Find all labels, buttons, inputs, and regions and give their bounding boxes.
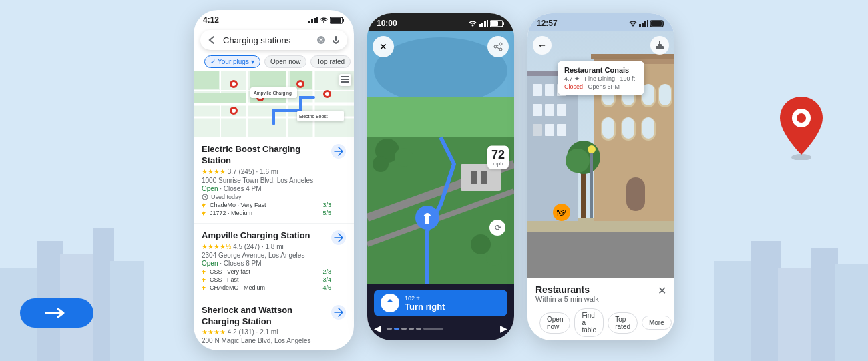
status-bar-1: 4:12	[194, 10, 354, 27]
svg-rect-19	[331, 18, 341, 23]
svg-rect-89	[647, 20, 648, 27]
battery-icon	[330, 17, 345, 24]
svg-rect-127	[590, 151, 593, 218]
svg-rect-97	[533, 84, 542, 96]
svg-point-48	[325, 92, 329, 96]
filter-top-rated-panel[interactable]: Top-rated	[608, 312, 638, 334]
panel-subtitle: Within a 5 min walk	[535, 295, 599, 303]
listing-2-meta: ★★★★½ 4.5 (247) · 1.8 mi	[202, 243, 331, 250]
filter-more[interactable]: More	[642, 316, 672, 330]
search-bar[interactable]: Charging stations	[200, 30, 347, 50]
filter-your-plugs[interactable]: ✓ Your plugs ▾	[204, 55, 260, 68]
close-nav-button[interactable]: ✕	[373, 36, 394, 57]
svg-point-75	[373, 156, 389, 172]
signal-icon	[308, 17, 318, 23]
filter-bar: ✓ Your plugs ▾ Open now Top rated	[194, 53, 354, 71]
charger-row-3: CSS · Very fast 2/3	[202, 268, 331, 275]
svg-point-80	[499, 43, 502, 45]
search-text: Charging stations	[223, 35, 311, 45]
listing-1-nav-icon[interactable]	[331, 144, 346, 159]
svg-text:⟳: ⟳	[495, 223, 501, 232]
svg-line-83	[497, 45, 499, 46]
back-arrow-icon[interactable]	[207, 35, 218, 45]
speed-badge: 72 mph	[487, 146, 509, 169]
used-today-badge: Used today	[202, 194, 331, 200]
svg-line-84	[497, 47, 499, 49]
street-view-icon[interactable]	[650, 36, 669, 55]
listing-2[interactable]: Ampville Charging Station ★★★★½ 4.5 (247…	[194, 224, 354, 298]
svg-rect-37	[194, 93, 246, 103]
charger-row-5: CHAdeMO · Medium 4/6	[202, 284, 331, 291]
svg-point-42	[298, 82, 302, 86]
svg-point-76	[471, 234, 491, 254]
listing-2-nav-icon[interactable]	[331, 230, 346, 245]
clear-icon[interactable]	[316, 35, 326, 45]
bottom-panel: Restaurants Within a 5 min walk ✕ Open n…	[527, 278, 674, 340]
svg-text:Electric Boost: Electric Boost	[299, 114, 328, 119]
nav-map: ⟳ ✕ 72 mph	[367, 31, 514, 284]
svg-rect-55	[341, 79, 349, 80]
listing-3[interactable]: Sherlock and Wattson Charging Station ★★…	[194, 298, 354, 350]
charger-row-2: J1772 · Medium 5/5	[202, 210, 331, 216]
svg-point-46	[232, 109, 236, 113]
svg-point-77	[486, 250, 502, 266]
svg-rect-16	[314, 18, 316, 23]
filter-find-table[interactable]: Find a table	[574, 308, 604, 337]
filter-open-now[interactable]: Open now	[264, 55, 307, 68]
svg-point-82	[499, 48, 502, 51]
svg-point-58	[472, 25, 474, 27]
battery-icon-3	[650, 20, 665, 27]
svg-rect-54	[341, 76, 349, 77]
info-card-meta: 4.7 ★ · Fine Dining · 190 ft	[564, 75, 638, 82]
svg-rect-103	[533, 124, 542, 136]
listing-1[interactable]: Electric Boost Charging Station ★★★★ 3.7…	[194, 137, 354, 224]
svg-rect-35	[250, 71, 286, 89]
listing-3-address: 200 N Magic Lane Blvd, Los Angeles	[202, 337, 331, 344]
share-button[interactable]	[487, 36, 509, 57]
listing-3-title: Sherlock and Wattson Charging Station	[202, 305, 331, 328]
svg-point-128	[588, 145, 596, 153]
status-bar-2: 10:00	[367, 13, 514, 31]
mic-icon[interactable]	[331, 35, 341, 45]
close-panel-button[interactable]: ✕	[658, 284, 666, 297]
street-view-area: ← Restaurant Conais 4.7 ★ · Fine Dining …	[527, 31, 674, 278]
svg-rect-15	[311, 19, 313, 23]
svg-rect-93	[527, 231, 674, 278]
info-card-title: Restaurant Conais	[564, 66, 638, 74]
listing-2-address: 2304 George Avenue, Los Angeles	[202, 252, 331, 259]
svg-rect-72	[481, 171, 487, 184]
time-2: 10:00	[377, 19, 397, 28]
filter-open-now-panel[interactable]: Open now	[539, 312, 570, 334]
nav-controls: ◀ ▶	[374, 320, 507, 336]
prev-button[interactable]: ◀	[374, 323, 381, 334]
next-button[interactable]: ▶	[500, 323, 507, 334]
svg-rect-98	[545, 84, 554, 96]
listing-3-nav-icon[interactable]	[331, 305, 346, 320]
svg-point-81	[494, 45, 497, 48]
sv-top-buttons: ←	[533, 36, 669, 55]
charger-row-1: ChadeMo · Very Fast 3/3	[202, 202, 331, 208]
svg-rect-122	[591, 54, 674, 59]
map-svg: Ampville Charging Electric Boost	[194, 71, 354, 137]
svg-rect-62	[487, 20, 488, 27]
svg-rect-101	[545, 104, 554, 116]
svg-rect-87	[642, 23, 644, 27]
svg-rect-34	[194, 71, 219, 89]
direction-icon	[381, 294, 399, 312]
listing-3-meta: ★★★★ 4.2 (131) · 2.1 mi	[202, 328, 331, 336]
back-button[interactable]: ←	[533, 36, 552, 55]
signal-icon-3	[639, 20, 648, 27]
wifi-icon-2	[469, 20, 477, 27]
svg-rect-56	[341, 81, 349, 83]
svg-rect-86	[639, 24, 641, 27]
info-card[interactable]: Restaurant Conais 4.7 ★ · Fine Dining · …	[558, 61, 644, 95]
svg-rect-14	[308, 21, 310, 23]
listing-1-title: Electric Boost Charging Station	[202, 144, 331, 167]
poi-restaurant-badge[interactable]: 🍽	[553, 204, 570, 221]
direction-card: 102 ft Turn right	[374, 290, 507, 316]
time-1: 4:12	[203, 15, 219, 25]
svg-rect-100	[533, 104, 542, 116]
wifi-icon-3	[629, 20, 637, 27]
filter-top-rated[interactable]: Top rated	[310, 55, 351, 68]
svg-rect-121	[642, 117, 654, 139]
